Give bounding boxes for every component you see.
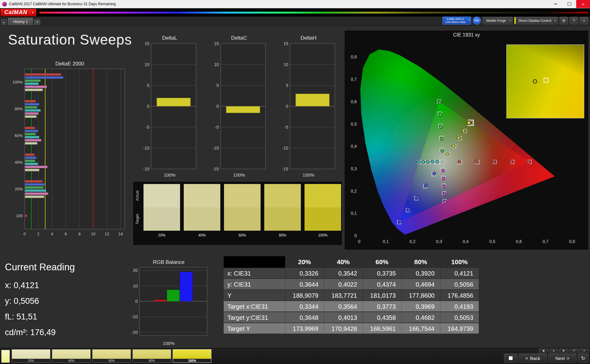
deltah-title: DeltaH: [278, 34, 339, 42]
table-header-cell: 60%: [363, 256, 401, 268]
source-select-button[interactable]: Mobile Forge ▾: [483, 17, 512, 24]
table-value-cell: 0,5056: [440, 279, 479, 290]
table-value-cell: 0,3644: [285, 279, 324, 290]
back-chevron-icon: «: [525, 355, 528, 361]
calman-window: CalMAN 2017 CalMAN Ultimate for Business…: [0, 0, 590, 364]
eject-button[interactable]: ▲: [549, 349, 558, 353]
minimize-button[interactable]: [549, 0, 562, 8]
actual-swatch: [224, 184, 261, 207]
saturation-step-button-80%[interactable]: 80%: [132, 349, 171, 363]
svg-text:0,3: 0,3: [436, 239, 442, 244]
current-reading-title: Current Reading: [5, 262, 75, 273]
stop-button[interactable]: [504, 354, 517, 363]
chevron-down-icon: ▾: [509, 19, 511, 22]
close-button[interactable]: ×: [576, 0, 590, 8]
svg-text:-15: -15: [143, 166, 149, 171]
svg-text:0: 0: [23, 232, 26, 236]
svg-text:0,4: 0,4: [463, 239, 469, 244]
cie-zoom-inset: [506, 45, 584, 118]
record-button[interactable]: ●: [580, 349, 589, 353]
table-row-label: Y: [224, 290, 285, 301]
svg-text:15: 15: [283, 42, 288, 46]
table-value-cell: 0,3648: [285, 312, 324, 323]
saturation-step-button-100%[interactable]: 100%: [173, 349, 211, 363]
table-value-cell: 0,3564: [324, 301, 363, 312]
table-value-cell: 164,9739: [440, 323, 479, 334]
tab-history-1[interactable]: History 1: [8, 18, 33, 25]
step-label: 80%: [133, 359, 171, 362]
svg-text:0,6: 0,6: [516, 239, 522, 244]
page-title: Saturation Sweeps: [8, 31, 132, 48]
back-button[interactable]: « Back: [519, 354, 547, 363]
step-swatch: [133, 350, 171, 359]
settings-button[interactable]: ⚙: [560, 17, 568, 24]
svg-text:0: 0: [147, 104, 149, 109]
svg-text:5: 5: [147, 83, 149, 88]
saturation-step-button-20%[interactable]: 20%: [12, 349, 50, 363]
deltal-chart: DeltaL 151050-5-10-15 100%: [139, 34, 200, 178]
table-value-cell: 173,9969: [285, 323, 324, 334]
deltaL-plot: 151050-5-10-15: [139, 42, 200, 171]
svg-text:80%: 80%: [15, 107, 23, 111]
source-label: Mobile Forge: [486, 19, 506, 22]
table-value-cell: 0,4022: [324, 279, 363, 290]
svg-text:100%: 100%: [13, 80, 23, 84]
pause-button[interactable]: Ⅱ: [569, 349, 579, 353]
svg-text:-20: -20: [132, 330, 138, 335]
results-table: 20%40%60%80%100%x: CIE310,33260,35420,37…: [224, 256, 479, 334]
rgb-balance-plot: 20100-10-20: [124, 266, 213, 339]
svg-text:0,8: 0,8: [569, 239, 575, 244]
svg-text:0: 0: [216, 104, 219, 109]
svg-text:0,2: 0,2: [351, 189, 357, 194]
display-control-button[interactable]: Direct Display Control ▾: [514, 17, 558, 24]
inset-target-point: [544, 78, 549, 83]
svg-text:10: 10: [144, 62, 149, 67]
next-button[interactable]: Next »: [548, 354, 576, 363]
chevron-down-icon: ▾: [468, 18, 470, 22]
deltac-xlabel: 100%: [208, 172, 270, 178]
current-reading-value: y: 0,5056: [5, 296, 75, 306]
deltac-chart: DeltaC 151050-5-10-15 100%: [208, 34, 270, 178]
cie-1931-panel: CIE 1931 xy 00,10,20,30,40,50,60,70,80,8…: [344, 30, 589, 250]
svg-text:0,5: 0,5: [489, 239, 495, 244]
maximize-button[interactable]: [562, 0, 576, 8]
meter-line2: LCD Direct View: [445, 21, 466, 24]
svg-text:0: 0: [135, 299, 138, 304]
table-value-cell: 0,5053: [440, 312, 479, 323]
table-value-cell: 0,3969: [401, 301, 440, 312]
next-chevron-icon: »: [567, 355, 569, 361]
deltae-2000-plot: 02468101214100%80%60%40%20%100: [10, 68, 129, 241]
session-close-button[interactable]: ×: [580, 17, 588, 24]
svg-text:-5: -5: [146, 125, 150, 130]
meter-select-button[interactable]: X-Rite i1Pro 2 LCD Direct View ▾: [442, 17, 471, 25]
svg-text:10: 10: [133, 284, 138, 288]
help-icon: ?: [573, 18, 575, 23]
table-value-cell: 0,3735: [363, 268, 401, 279]
table-value-cell: 0,3344: [285, 301, 324, 312]
current-reading-value: cd/m²: 176,49: [5, 328, 75, 337]
table-value-cell: 0,3773: [363, 301, 401, 312]
target-swatch: [264, 207, 301, 231]
calman-logo-menu[interactable]: CalMAN ▾: [1, 9, 36, 16]
window-title: CalMAN 2017 CalMAN Ultimate for Business…: [9, 2, 116, 6]
add-tab-button[interactable]: +: [34, 19, 40, 25]
svg-text:0,6: 0,6: [351, 99, 357, 104]
gear-icon: ⚙: [562, 18, 566, 23]
swatch-column-80%: [264, 184, 301, 231]
capture-button[interactable]: ▣: [539, 349, 548, 353]
help-button[interactable]: ?: [570, 17, 578, 24]
play-button[interactable]: ▶: [559, 349, 568, 353]
deltaH-plot: 151050-5-10-15: [278, 42, 339, 171]
saturation-step-button-40%[interactable]: 40%: [52, 349, 91, 363]
svg-text:-10: -10: [213, 146, 219, 151]
current-reading-value: fL: 51,51: [5, 312, 75, 322]
saturation-step-button-60%[interactable]: 60%: [92, 349, 131, 363]
rgb-balance-xlabel: 100%: [124, 340, 213, 346]
tab-scroll-button[interactable]: ▸: [1, 19, 7, 25]
repeat-button[interactable]: ↻: [578, 354, 589, 363]
table-value-cell: 183,7721: [324, 290, 363, 301]
svg-text:14: 14: [118, 232, 123, 236]
svg-text:0,5: 0,5: [351, 122, 357, 127]
close-icon: ×: [583, 18, 585, 23]
swatch-column-20%: [144, 184, 180, 231]
